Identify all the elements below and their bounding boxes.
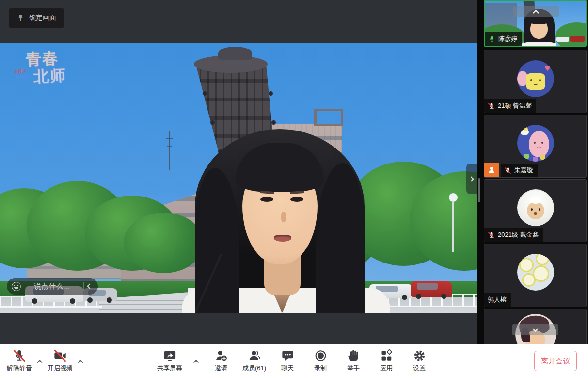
- mic-options-chevron[interactable]: [34, 344, 46, 378]
- participant-avatar: [517, 125, 554, 162]
- lock-view-label: 锁定画面: [29, 14, 56, 22]
- members-button[interactable]: 成员(61): [240, 344, 268, 378]
- chat-icon: [281, 349, 294, 362]
- record-button[interactable]: 录制: [307, 344, 334, 378]
- bnu-youth-watermark: 青春 北师 BNU Youth: [13, 46, 82, 90]
- raise-hand-button[interactable]: 举手: [340, 344, 367, 378]
- participant-tile-chenyanting[interactable]: 陈彦婷: [484, 0, 587, 47]
- antenna-mast: [169, 131, 170, 170]
- start-video-button[interactable]: 开启视频: [46, 344, 75, 378]
- share-screen-button[interactable]: 共享屏幕: [155, 344, 184, 378]
- participant-name-bar: 21硕 曾温馨: [484, 99, 536, 113]
- person-badge-icon: [487, 165, 496, 174]
- share-screen-label: 共享屏幕: [157, 364, 182, 373]
- share-options-chevron[interactable]: [190, 344, 202, 378]
- chevron-down-icon: [532, 326, 539, 332]
- apps-button[interactable]: 应用: [373, 344, 400, 378]
- participants-sidebar: 陈彦婷 ♥ 21硕 曾温馨: [477, 0, 588, 344]
- participant-avatar: [517, 254, 554, 291]
- pin-icon: [16, 14, 25, 22]
- participant-name-bar: 朱嘉璇: [501, 164, 538, 177]
- watermark-line2: 北师: [33, 65, 67, 88]
- tile-person-shirt: [522, 42, 556, 47]
- camera-off-icon: [53, 349, 67, 362]
- tile-video-car-white: [556, 37, 569, 42]
- raise-hand-label: 举手: [347, 364, 360, 373]
- invite-icon: [214, 349, 228, 362]
- participant-avatar: ♥: [517, 60, 554, 97]
- sidebar-collapse-tab[interactable]: [466, 164, 477, 194]
- apps-icon: [380, 349, 393, 362]
- share-screen-icon: [163, 349, 176, 362]
- settings-gear-icon: [413, 349, 426, 362]
- chat-button[interactable]: 聊天: [274, 344, 301, 378]
- unmute-label: 解除静音: [7, 364, 32, 373]
- lock-view-button[interactable]: 锁定画面: [9, 8, 64, 28]
- chevron-right-icon: [468, 176, 474, 181]
- speaker-eye: [260, 197, 273, 202]
- chat-placeholder: 说点什么...: [21, 282, 82, 291]
- rooftop-frame: [314, 109, 343, 126]
- tile-video-car-red: [570, 36, 585, 42]
- participant-name-bar: 2021级 戴金鑫: [484, 228, 543, 242]
- members-label: 成员(61): [242, 364, 266, 373]
- chevron-up-icon: [533, 10, 539, 16]
- record-icon: [314, 349, 327, 362]
- participant-name-bar: 郭人榕: [484, 293, 511, 307]
- raise-hand-icon: [347, 349, 360, 362]
- speaker-mouth: [274, 235, 291, 242]
- leave-meeting-button[interactable]: 离开会议: [534, 351, 577, 371]
- tower-ornaments: [0, 43, 4, 47]
- scroll-up-button[interactable]: [513, 6, 559, 17]
- mic-muted-icon: [504, 167, 511, 174]
- quick-chat-input[interactable]: 说点什么...: [7, 278, 98, 295]
- watermark-sub1: BNU: [15, 68, 25, 74]
- participant-name: 郭人榕: [488, 296, 507, 304]
- mic-muted-icon: [13, 349, 26, 362]
- participant-name: 21硕 曾温馨: [498, 101, 532, 110]
- mic-on-icon: [488, 35, 495, 43]
- participant-tile-daijinxin[interactable]: 2021级 戴金鑫: [484, 179, 587, 242]
- tower-dome: [218, 47, 252, 60]
- participant-tile-zhujiaxuan[interactable]: 朱嘉璇: [484, 115, 587, 178]
- sidebar-scrollbar[interactable]: [478, 178, 480, 202]
- lamp-pole: [452, 201, 454, 252]
- top-bar: 锁定画面: [0, 0, 477, 43]
- participant-name: 2021级 戴金鑫: [498, 230, 539, 239]
- main-video[interactable]: 青春 北师 BNU Youth 说点什么...: [0, 43, 477, 313]
- record-label: 录制: [314, 364, 327, 373]
- collapse-chat-icon[interactable]: [87, 283, 92, 289]
- toolbar-center-group: 共享屏幕 邀请 成员(61): [155, 344, 433, 378]
- invite-label: 邀请: [215, 364, 227, 373]
- unmute-button[interactable]: 解除静音: [5, 344, 34, 378]
- bottom-gap-bar: [0, 313, 477, 344]
- mic-muted-icon: [488, 231, 495, 239]
- meeting-toolbar: 解除静音 开启视频 共享屏幕: [0, 344, 588, 378]
- participant-name-bar: 陈彦婷: [485, 32, 522, 46]
- apps-label: 应用: [380, 364, 393, 373]
- emoji-icon[interactable]: [12, 282, 21, 291]
- chat-label: 聊天: [281, 364, 294, 373]
- participant-avatar: [517, 189, 554, 226]
- start-video-label: 开启视频: [48, 364, 73, 373]
- members-icon: [248, 349, 261, 362]
- invite-button[interactable]: 邀请: [207, 344, 235, 378]
- participant-tile-zengwenxin[interactable]: ♥ 21硕 曾温馨: [484, 50, 587, 113]
- tree: [124, 213, 204, 273]
- watermark-sub2: Youth: [15, 73, 29, 79]
- scroll-down-button[interactable]: [512, 324, 558, 335]
- settings-button[interactable]: 设置: [406, 344, 433, 378]
- meeting-window: 锁定画面: [0, 0, 588, 378]
- speaker-nose: [281, 212, 286, 222]
- car-red-right: [411, 281, 452, 297]
- watermark-line1: 青春: [25, 48, 59, 71]
- participant-tile-next[interactable]: [484, 309, 587, 344]
- divider: [83, 282, 84, 291]
- settings-label: 设置: [413, 364, 426, 373]
- video-options-chevron[interactable]: [75, 344, 86, 378]
- participant-tile-guorenrong[interactable]: 郭人榕: [484, 244, 587, 307]
- host-badge: [484, 163, 499, 177]
- toolbar-left-group: 解除静音 开启视频: [5, 344, 86, 378]
- mic-muted-icon: [488, 102, 495, 110]
- speaker-eye: [290, 197, 303, 202]
